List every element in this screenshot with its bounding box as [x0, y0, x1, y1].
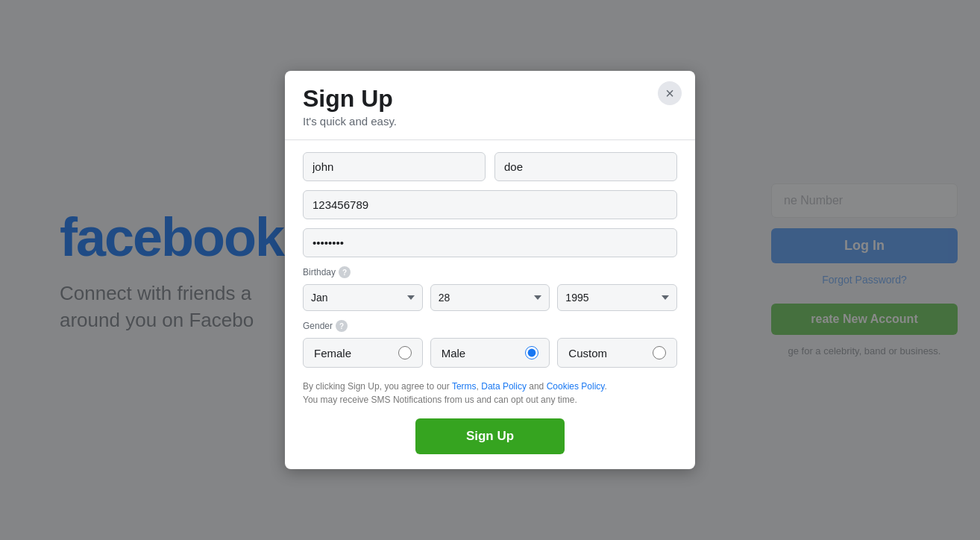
birthday-year-select[interactable]: 1995	[557, 284, 677, 311]
first-name-input[interactable]	[303, 152, 486, 181]
birthday-selects: Jan Feb Mar Apr May Jun Jul Aug Sep Oct …	[303, 284, 677, 311]
modal-body: Birthday ? Jan Feb Mar Apr May Jun Jul A…	[285, 140, 695, 469]
phone-email-input[interactable]	[303, 190, 677, 219]
last-name-input[interactable]	[494, 152, 677, 181]
gender-section: Gender ? Female Male Custom	[303, 320, 677, 368]
birthday-month-select[interactable]: Jan Feb Mar Apr May Jun Jul Aug Sep Oct …	[303, 284, 423, 311]
password-input[interactable]	[303, 228, 677, 257]
birthday-day-select[interactable]: 28	[430, 284, 550, 311]
name-row	[303, 152, 677, 181]
modal-header: Sign Up It's quick and easy. ×	[285, 71, 695, 140]
gender-female-label: Female	[314, 347, 351, 360]
birthday-section: Birthday ? Jan Feb Mar Apr May Jun Jul A…	[303, 266, 677, 311]
signup-button[interactable]: Sign Up	[415, 418, 565, 454]
terms-link[interactable]: Terms	[452, 381, 477, 392]
gender-option-male[interactable]: Male	[430, 338, 550, 368]
modal-subtitle: It's quick and easy.	[303, 115, 677, 128]
close-button[interactable]: ×	[658, 81, 682, 105]
gender-custom-label: Custom	[568, 347, 607, 360]
gender-male-label: Male	[442, 347, 466, 360]
birthday-help-icon[interactable]: ?	[339, 266, 351, 278]
terms-text: By clicking Sign Up, you agree to our Te…	[303, 380, 677, 406]
gender-option-custom[interactable]: Custom	[557, 338, 677, 368]
gender-options: Female Male Custom	[303, 338, 677, 368]
gender-option-female[interactable]: Female	[303, 338, 423, 368]
cookies-policy-link[interactable]: Cookies Policy	[547, 381, 605, 392]
gender-female-radio[interactable]	[398, 346, 412, 360]
gender-label: Gender ?	[303, 320, 677, 332]
modal-overlay: Sign Up It's quick and easy. × Birthday …	[0, 0, 980, 540]
signup-modal: Sign Up It's quick and easy. × Birthday …	[285, 71, 695, 469]
data-policy-link[interactable]: Data Policy	[481, 381, 527, 392]
birthday-label: Birthday ?	[303, 266, 677, 278]
modal-title: Sign Up	[303, 86, 677, 112]
gender-help-icon[interactable]: ?	[336, 320, 348, 332]
gender-male-radio[interactable]	[525, 346, 538, 360]
gender-custom-radio[interactable]	[653, 346, 666, 360]
